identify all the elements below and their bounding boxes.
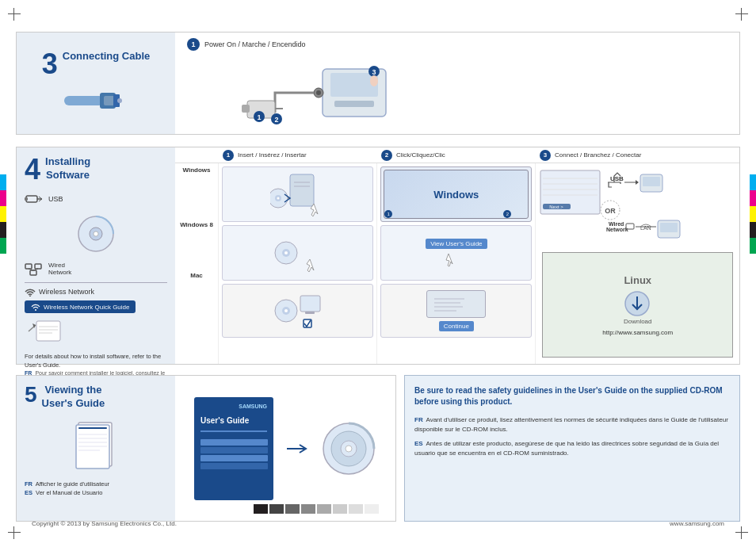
svg-rect-20 (26, 196, 37, 202)
page-content: 3 Connecting Cable 1 Power On / Marche /… (16, 16, 740, 531)
svg-rect-39 (290, 174, 314, 206)
content-rows: Windows Windows 8 Mac (175, 163, 739, 364)
section3-connecting-cable: 3 Connecting Cable 1 Power On / Marche /… (16, 32, 740, 135)
section3-number: 3 (42, 50, 58, 78)
svg-rect-28 (30, 270, 36, 275)
color-bar-gray3 (333, 504, 347, 514)
cd-icon (76, 214, 116, 254)
section5-label-es: Ver el Manual de Usuario (36, 489, 102, 496)
section4-title-row: 4 Installing Software (25, 155, 167, 184)
linux-label: Linux (624, 274, 651, 286)
mac-continue: Continue (380, 284, 532, 338)
section4-installing-software: 4 Installing Software USB (16, 147, 740, 365)
color-bar-dark1 (269, 504, 284, 514)
win8-insert-diagram (222, 225, 373, 281)
svg-point-49 (284, 251, 288, 254)
section5-left-panel: 5 Viewing the User's Guide (17, 376, 175, 521)
section5-fr-prefix: FR (25, 480, 32, 488)
win8-cd-svg (270, 229, 326, 277)
wireless-quick-guide-btn[interactable]: Wireless Network Quick Guide (25, 300, 136, 313)
download-area: Download (624, 290, 652, 325)
continue-btn[interactable]: Continue (439, 321, 474, 331)
section5-title-row: 5 Viewing the User's Guide (25, 384, 167, 411)
svg-point-19 (370, 75, 378, 86)
step1-circle: 1 (187, 38, 200, 51)
section5-viewing-guide: 5 Viewing the User's Guide (16, 375, 396, 522)
svg-rect-85 (78, 427, 107, 429)
section4-title-line1: Installing (45, 155, 90, 169)
svg-marker-50 (307, 259, 314, 272)
step-headers-row: 1 Insert / Insérez / Insertar 2 Click/Cl… (175, 147, 739, 163)
svg-rect-27 (35, 264, 41, 269)
linux-box: Linux Download http://www.samsung.co (542, 252, 733, 358)
safety-text-fr: Avant d'utiliser ce produit, lisez atten… (414, 416, 728, 433)
manual-icon (72, 419, 120, 474)
color-bar-dark2 (285, 504, 300, 514)
power-diagram-svg: 1 2 3 (227, 57, 687, 128)
svg-rect-6 (330, 73, 378, 97)
svg-point-53 (284, 309, 288, 312)
wired-network-icon (25, 262, 42, 276)
guide-arrow (285, 441, 309, 457)
s4-step3-circle: 3 (540, 150, 551, 161)
win-insert-diagram (222, 166, 373, 222)
svg-text:3: 3 (372, 68, 376, 76)
cable-icon (64, 85, 128, 117)
svg-text:USB: USB (610, 175, 624, 182)
color-bar-gray4 (349, 504, 363, 514)
safety-es-prefix: ES (414, 440, 423, 447)
step3-label: Connect / Branchez / Conectar (555, 151, 641, 159)
os-column: Windows Windows 8 Mac (175, 163, 219, 364)
step3-col: Next > USB (536, 163, 739, 364)
linux-section: Linux Download http://www.samsung.co (539, 249, 736, 361)
svg-rect-84 (76, 425, 109, 469)
win-installer-dialog: Windows 1 2 (380, 166, 532, 222)
win8-user-guide: View User's Guide (380, 225, 532, 281)
safety-notice: Be sure to read the safety guidelines in… (404, 375, 740, 522)
wifi-icon (25, 287, 36, 296)
wireless-network-label: Wireless Network (39, 288, 94, 296)
mac-insert-diagram (222, 284, 373, 338)
connection-diagram: Next > USB (539, 166, 736, 246)
step1-header: 1 Insert / Insérez / Insertar (219, 150, 377, 161)
safety-es-row: ES Antes de utilizar este producto, aseg… (414, 439, 730, 458)
svg-text:Network: Network (606, 227, 628, 232)
mac-installer-svg (433, 293, 480, 316)
mac-os-label: Mac (178, 272, 215, 279)
color-strip-left (0, 174, 6, 254)
wireless-network-section: Wireless Network Wireless Network Quick … (25, 282, 167, 346)
step2-header: 2 Click/Cliquez/Clic (377, 150, 536, 161)
guide-illustration: SAMSUNG User's Guide (181, 382, 389, 514)
section3-right-panel: 1 Power On / Marche / Encendido (175, 33, 739, 134)
safety-title: Be sure to read the safety guidelines in… (414, 385, 730, 407)
note-en: For details about how to install softwar… (25, 353, 161, 369)
svg-text:1: 1 (257, 113, 261, 121)
svg-text:2: 2 (274, 116, 278, 124)
section5-title-line1: Viewing the (42, 384, 105, 397)
cd-icon-container (25, 214, 167, 254)
windows-os-label: Windows (178, 166, 215, 174)
svg-rect-81 (660, 223, 678, 232)
section5-label-fr-row: FR Afficher le guide d'utilisateur (25, 480, 167, 488)
download-label: Download (624, 318, 652, 325)
svg-text:Wired: Wired (609, 221, 624, 227)
usb-icon (25, 192, 42, 206)
section5-right-panel: SAMSUNG User's Guide (175, 376, 395, 521)
svg-point-31 (29, 296, 31, 297)
step1-label: Power On / Marche / Encendido (204, 40, 306, 48)
color-bar-light (365, 504, 379, 514)
bottom-color-bar (254, 504, 379, 514)
section3-left-panel: 3 Connecting Cable (17, 33, 175, 134)
footer: Copyright © 2013 by Samsung Electronics … (32, 520, 724, 527)
step1-label: Insert / Insérez / Insertar (238, 151, 307, 159)
guide-line2 (200, 447, 268, 453)
safety-fr-row: FR Avant d'utiliser ce produit, lisez at… (414, 415, 730, 434)
windows8-os-label: Windows 8 (178, 221, 215, 228)
svg-point-44 (277, 197, 279, 200)
view-users-guide-btn[interactable]: View User's Guide (426, 239, 487, 249)
svg-rect-26 (25, 264, 32, 269)
section5-number: 5 (25, 384, 37, 406)
section4-number: 4 (25, 155, 40, 184)
connection-svg: Next > USB (539, 166, 697, 242)
safety-fr-prefix: FR (414, 416, 423, 423)
